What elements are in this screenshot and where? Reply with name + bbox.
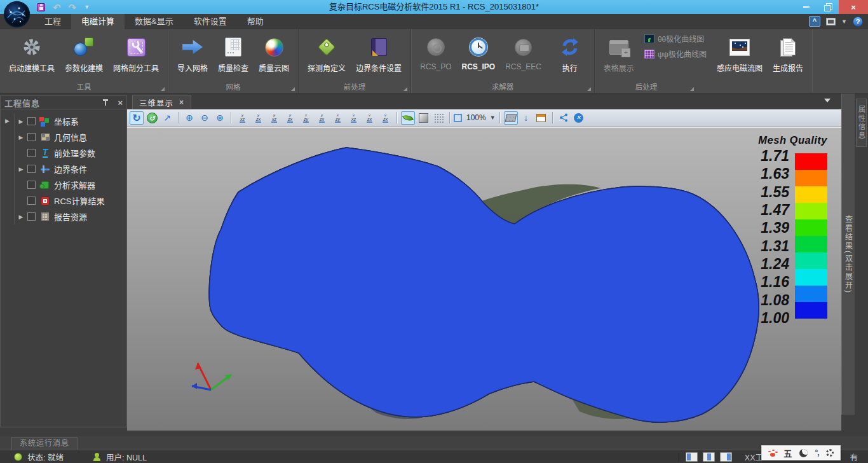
layout-left-panel-icon[interactable] xyxy=(686,452,698,462)
pin-icon[interactable] xyxy=(102,99,109,106)
execute-button[interactable]: 执行 xyxy=(550,33,590,73)
boundary-settings-button[interactable]: 边界条件设置 xyxy=(351,33,407,73)
layout-right-panel-icon[interactable] xyxy=(720,452,732,462)
dialog-launcher-icon[interactable] xyxy=(403,87,407,91)
tab-list-dropdown-icon[interactable] xyxy=(824,99,831,106)
rcs-eec-button[interactable]: RCS_EEC xyxy=(500,33,546,71)
parametric-modeling-button[interactable]: 参数化建模 xyxy=(60,33,108,73)
smooth-shading-icon[interactable] xyxy=(401,111,415,125)
checkbox[interactable] xyxy=(27,149,36,157)
ime-halfwidth-moon-icon[interactable] xyxy=(799,449,808,457)
dialog-launcher-icon[interactable] xyxy=(291,87,295,91)
tab-close-icon[interactable]: × xyxy=(179,98,184,107)
collapse-ribbon-icon[interactable]: ^ xyxy=(809,16,820,27)
view-preset-right[interactable]: yzx xyxy=(283,111,297,125)
share-icon[interactable] xyxy=(557,111,571,125)
quality-cloudmap-button[interactable]: 质量云图 xyxy=(254,33,294,73)
rotate-view-icon[interactable]: ↻ xyxy=(130,111,144,125)
generate-report-button[interactable]: 生成报告 xyxy=(768,33,808,73)
menu-tab-em-compute[interactable]: 电磁计算 xyxy=(71,14,125,29)
close-view-icon[interactable]: ✕ xyxy=(572,111,586,125)
zoom-level-value[interactable]: 100% xyxy=(466,113,486,122)
checkbox[interactable] xyxy=(27,133,36,141)
ime-logo-paw-icon[interactable] xyxy=(768,449,776,457)
minimize-button[interactable] xyxy=(796,0,817,14)
pan-view-icon[interactable]: ↗ xyxy=(160,111,174,125)
launch-modeling-tool-button[interactable]: 启动建模工具 xyxy=(4,33,60,73)
view-preset-front[interactable]: yxz xyxy=(235,111,250,125)
photo-icon xyxy=(717,34,763,60)
induced-current-map-button[interactable]: 感应电磁流图 xyxy=(712,33,768,73)
menu-tab-help[interactable]: 帮助 xyxy=(237,14,274,29)
rcs-ipo-button[interactable]: RCS_IPO xyxy=(456,33,500,71)
view-preset-back[interactable]: yzx xyxy=(251,111,266,125)
refresh-view-icon[interactable]: ↺ xyxy=(145,111,159,125)
checkbox[interactable] xyxy=(27,181,36,189)
zoom-fit-icon[interactable]: ⊛ xyxy=(213,111,227,125)
close-button[interactable]: × xyxy=(839,0,868,14)
meshing-tool-button[interactable]: 网格剖分工具 xyxy=(108,33,164,73)
tree-item-solver[interactable]: 分析求解器 xyxy=(1,177,126,193)
psi-polarization-curve-button[interactable]: ψψ极化曲线图 xyxy=(644,48,707,59)
view-preset-top[interactable]: xzy xyxy=(299,111,313,125)
flat-shading-icon[interactable] xyxy=(416,111,430,125)
zoom-out-icon[interactable]: ⊖ xyxy=(198,111,212,125)
menu-tab-project[interactable]: 工程 xyxy=(34,14,71,29)
menu-tab-settings[interactable]: 软件设置 xyxy=(184,14,237,29)
window-style-icon[interactable] xyxy=(826,18,836,25)
view-preset-iso3[interactable]: vzx xyxy=(362,111,377,125)
expander-icon[interactable]: ▶ xyxy=(15,166,27,172)
ime-settings-gear-icon[interactable] xyxy=(826,449,834,457)
expander-icon[interactable]: ▶ xyxy=(15,134,27,141)
restore-button[interactable] xyxy=(817,0,839,14)
tree-item-preprocess-params[interactable]: T 前处理参数 xyxy=(1,145,126,161)
view-preset-iso1[interactable]: xzy xyxy=(330,111,345,125)
ime-punctuation-icon[interactable]: °, xyxy=(815,448,818,457)
checkbox[interactable] xyxy=(27,197,36,205)
tree-item-boundary-conditions[interactable]: ▶ 边界条件 xyxy=(1,161,126,177)
probe-angle-button[interactable]: 探测角定义 xyxy=(302,33,351,73)
download-view-icon[interactable]: ↓ xyxy=(519,111,533,125)
tab-3d-display[interactable]: 三维显示 × xyxy=(132,95,191,109)
table-display-button[interactable]: 表格展示 xyxy=(599,33,639,73)
tree-item-geometry-info[interactable]: ▶ 几何信息 xyxy=(1,129,126,145)
view-preset-iso4[interactable]: vzx xyxy=(378,111,393,125)
view-preset-bottom[interactable]: yzx xyxy=(315,111,329,125)
theta-polarization-curve-button[interactable]: θθ极化曲线图 xyxy=(644,33,707,44)
expander-icon[interactable]: ▶ xyxy=(15,214,27,220)
menu-tab-data-display[interactable]: 数据&显示 xyxy=(125,14,184,29)
properties-collapsed-tab[interactable]: 属性信息 xyxy=(856,99,867,147)
checkbox[interactable] xyxy=(27,212,36,221)
view-preset-iso2[interactable]: vxz xyxy=(346,111,361,125)
window-style-dropdown-icon[interactable]: ▼ xyxy=(841,18,847,25)
tree-item-report-resources[interactable]: ▶ 报告资源 xyxy=(1,209,126,225)
results-collapsed-tab[interactable]: 查看结果(双击展开) xyxy=(841,93,855,415)
panel-close-icon[interactable]: × xyxy=(118,98,123,107)
zoom-dropdown-icon[interactable]: ▼ xyxy=(490,114,496,121)
dialog-launcher-icon[interactable] xyxy=(587,87,591,91)
import-mesh-button[interactable]: 导入网格 xyxy=(172,33,213,73)
points-display-icon[interactable] xyxy=(431,111,445,125)
group-label-tools: 工具 xyxy=(0,81,168,92)
zoom-in-icon[interactable]: ⊕ xyxy=(182,111,196,125)
layout-center-panel-icon[interactable] xyxy=(703,452,715,462)
system-messages-tab[interactable]: 系统运行消息 xyxy=(11,437,78,450)
expander-icon[interactable]: ▶ xyxy=(15,118,27,125)
tree-item-coordinate-system[interactable]: ▶ ▶ 坐标系 xyxy=(1,113,126,129)
rcs-po-button[interactable]: RCS_PO xyxy=(415,33,456,71)
help-icon[interactable]: ? xyxy=(853,17,863,27)
tree-item-rcs-results[interactable]: RCS计算结果 xyxy=(1,193,126,209)
dialog-launcher-icon[interactable] xyxy=(690,87,694,91)
dialog-launcher-icon[interactable] xyxy=(161,87,165,91)
ime-mode-label[interactable]: 五 xyxy=(783,447,792,459)
row-expander-icon[interactable]: ▶ xyxy=(1,113,15,129)
mesh-quality-legend: Mesh Quality 1.71 1.63 1.55 1.47 1.39 1.… xyxy=(758,134,827,326)
capture-window-icon[interactable] xyxy=(534,111,548,125)
checkbox[interactable] xyxy=(27,117,36,125)
app-logo-icon[interactable] xyxy=(3,1,31,28)
quality-check-button[interactable]: 质量检查 xyxy=(213,33,254,73)
3d-viewport[interactable]: Mesh Quality 1.71 1.63 1.55 1.47 1.39 1.… xyxy=(127,127,841,431)
view-preset-left[interactable]: yxz xyxy=(267,111,281,125)
checkbox[interactable] xyxy=(27,165,36,173)
mesh-display-icon[interactable] xyxy=(504,111,518,125)
